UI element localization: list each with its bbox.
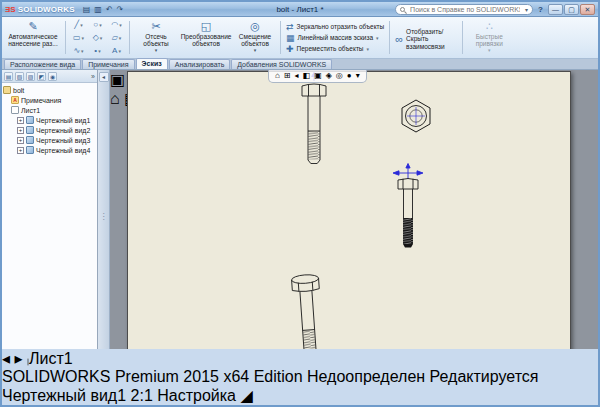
offset-entities-button[interactable]: ◎ Смещение объектов ▾ bbox=[233, 18, 277, 57]
tree-item-drawing-view2[interactable]: + Чертежный вид2 bbox=[3, 125, 96, 135]
slot-tool-button[interactable]: ▱▾ bbox=[107, 31, 126, 44]
chevron-down-icon[interactable]: ▾ bbox=[81, 48, 84, 54]
customize-button[interactable]: Настройка bbox=[157, 387, 236, 404]
mirror-entities-button[interactable]: ⇄ Зеркально отразить объекты bbox=[284, 22, 386, 32]
minimize-button[interactable]: — bbox=[548, 4, 563, 15]
chevron-down-icon[interactable]: ▾ bbox=[376, 35, 379, 41]
maximize-button[interactable]: ▢ bbox=[564, 4, 579, 15]
drawing-view1-bolt[interactable] bbox=[294, 72, 334, 170]
help-button[interactable]: ? bbox=[536, 5, 545, 14]
tab-solidworks-addins[interactable]: Добавления SOLIDWORKS bbox=[231, 59, 332, 69]
zoom-fit-icon[interactable]: ⌂ bbox=[275, 71, 280, 81]
trim-entities-button[interactable]: ✂ Отсечь объекты ▾ bbox=[133, 18, 179, 57]
toolbar-separator bbox=[129, 21, 130, 54]
configuration-manager-icon[interactable]: ▨ bbox=[26, 72, 35, 81]
redo-icon[interactable]: ↷ bbox=[117, 5, 124, 14]
expand-icon[interactable]: + bbox=[17, 137, 24, 144]
convert-entities-button[interactable]: ◱ Преобразование объектов bbox=[179, 18, 233, 57]
tab-evaluate[interactable]: Анализировать bbox=[169, 59, 231, 69]
tree-item-sheet1[interactable]: Лист1 bbox=[3, 105, 96, 115]
tree-item-label: Примечания bbox=[21, 97, 61, 104]
expand-icon[interactable]: + bbox=[17, 147, 24, 154]
tab-sketch[interactable]: Эскиз bbox=[136, 58, 168, 69]
tree-item-bolt[interactable]: bolt bbox=[3, 85, 96, 95]
resources-icon[interactable]: ⌂ bbox=[110, 90, 120, 107]
view-orientation-icon[interactable]: ▣ bbox=[314, 71, 322, 81]
quick-snaps-label: Быстрые привязки bbox=[468, 33, 510, 47]
quick-snaps-button[interactable]: ∴ Быстрые привязки ▾ bbox=[466, 18, 512, 57]
expand-icon[interactable]: + bbox=[17, 127, 24, 134]
solidworks-logo-text: SOLIDWORKS bbox=[18, 5, 75, 14]
previous-view-icon[interactable]: ◂ bbox=[295, 71, 299, 81]
edit-appearance-icon[interactable]: ● bbox=[347, 71, 352, 81]
chevron-down-icon[interactable]: ▾ bbox=[118, 48, 121, 54]
previous-sheet-icon[interactable]: ◂ bbox=[2, 350, 10, 367]
offset-entities-label: Смещение объектов bbox=[235, 33, 275, 47]
chevron-down-icon[interactable]: ▾ bbox=[100, 35, 103, 41]
hide-show-icon[interactable]: ◎ bbox=[336, 71, 343, 81]
chevron-down-icon[interactable]: ▾ bbox=[119, 22, 122, 28]
spline-tool-button[interactable]: ∿▾ bbox=[69, 44, 88, 57]
next-sheet-icon[interactable]: ▸ bbox=[14, 350, 22, 367]
rectangle-tool-button[interactable]: ▭▾ bbox=[69, 31, 88, 44]
slot-tool-icon: ▱ bbox=[112, 33, 118, 43]
display-manager-icon[interactable]: ◉ bbox=[48, 72, 57, 81]
restore-document-icon[interactable]: ▣ bbox=[110, 71, 125, 88]
undo-icon[interactable]: ↶ bbox=[106, 5, 113, 14]
chevron-down-icon[interactable]: ▾ bbox=[367, 46, 370, 52]
panel-overflow-button[interactable]: » bbox=[91, 73, 95, 80]
drawing-sheet[interactable] bbox=[127, 71, 571, 349]
search-caret-icon[interactable]: ▾ bbox=[525, 6, 528, 13]
point-tool-icon: • bbox=[94, 46, 97, 56]
property-manager-icon[interactable]: ▧ bbox=[15, 72, 24, 81]
drawing-view-icon bbox=[26, 116, 34, 124]
resize-grip-icon[interactable]: ◢ bbox=[240, 387, 252, 404]
arc-tool-button[interactable]: ◠▾ bbox=[107, 18, 126, 31]
chevron-down-icon[interactable]: ▾ bbox=[119, 35, 122, 41]
drawing-view2-hex-top[interactable] bbox=[399, 99, 433, 137]
sheet-tab-sheet1[interactable]: Лист1 bbox=[27, 350, 73, 367]
zoom-area-icon[interactable]: ⊞ bbox=[284, 71, 291, 81]
help-search-box[interactable]: ▾ bbox=[395, 4, 533, 15]
graphics-area[interactable]: ⌂ ⊞ ◂ ◧ ▣ ◈ ◎ ● ▾ ▣ ✕ ⌂ ▤ ◫ ▦ ● bbox=[110, 70, 598, 349]
close-button[interactable]: ✕ bbox=[580, 4, 595, 15]
drawing-view4-bolt[interactable] bbox=[281, 267, 334, 349]
search-input[interactable] bbox=[408, 5, 522, 14]
feature-manager-icon[interactable]: ▤ bbox=[4, 72, 13, 81]
search-icon bbox=[400, 7, 405, 12]
dimxpert-manager-icon[interactable]: ◩ bbox=[37, 72, 46, 81]
open-document-icon[interactable]: ▥ bbox=[94, 5, 102, 14]
expand-icon[interactable]: + bbox=[17, 117, 24, 124]
tree-item-drawing-view1[interactable]: + Чертежный вид1 bbox=[3, 115, 96, 125]
display-relations-button[interactable]: ∞ Отобразить/Скрыть взаимосвязи bbox=[393, 18, 459, 57]
display-style-icon[interactable]: ◈ bbox=[326, 71, 332, 81]
splitter-handle-icon[interactable]: ⋮ bbox=[100, 212, 108, 221]
tree-item-annotations[interactable]: A Примечания bbox=[3, 95, 96, 105]
tree-item-drawing-view3[interactable]: + Чертежный вид3 bbox=[3, 135, 96, 145]
arc-tool-icon: ◠ bbox=[111, 20, 118, 30]
collapse-panel-icon[interactable]: ◂ bbox=[99, 72, 109, 82]
circle-tool-button[interactable]: ○▾ bbox=[88, 18, 107, 31]
section-view-icon[interactable]: ◧ bbox=[303, 71, 311, 81]
point-tool-button[interactable]: •▾ bbox=[88, 44, 107, 57]
auto-dimension-button[interactable]: ✎ Автоматическое нанесение раз... bbox=[4, 18, 62, 57]
chevron-down-icon[interactable]: ▾ bbox=[155, 48, 158, 54]
tab-view-layout[interactable]: Расположение вида bbox=[4, 59, 81, 69]
panel-splitter[interactable]: ◂ ⋮ bbox=[98, 70, 110, 349]
move-entities-button[interactable]: ✚ Переместить объекты ▾ bbox=[284, 44, 386, 54]
chevron-down-icon[interactable]: ▾ bbox=[98, 48, 101, 54]
chevron-down-icon[interactable]: ▾ bbox=[82, 35, 85, 41]
tab-annotation[interactable]: Примечания bbox=[82, 59, 134, 69]
solidworks-window: ƎS SOLIDWORKS ▤ ▥ ↶ ↷ bolt - Лист1 * ▾ ?… bbox=[0, 0, 600, 407]
chevron-down-icon[interactable]: ▾ bbox=[80, 22, 83, 28]
chevron-down-icon[interactable]: ▾ bbox=[99, 22, 102, 28]
chevron-down-icon[interactable]: ▾ bbox=[254, 48, 257, 54]
drawing-view3-bolt[interactable] bbox=[391, 163, 425, 255]
polygon-tool-button[interactable]: ◇▾ bbox=[88, 31, 107, 44]
scene-caret-icon[interactable]: ▾ bbox=[356, 71, 360, 81]
text-tool-button[interactable]: A▾ bbox=[107, 44, 126, 57]
new-document-icon[interactable]: ▤ bbox=[83, 5, 91, 14]
tree-item-drawing-view4[interactable]: + Чертежный вид4 bbox=[3, 145, 96, 155]
line-tool-button[interactable]: ╱▾ bbox=[69, 18, 88, 31]
linear-pattern-button[interactable]: ▦ Линейный массив эскиза ▾ bbox=[284, 33, 386, 43]
